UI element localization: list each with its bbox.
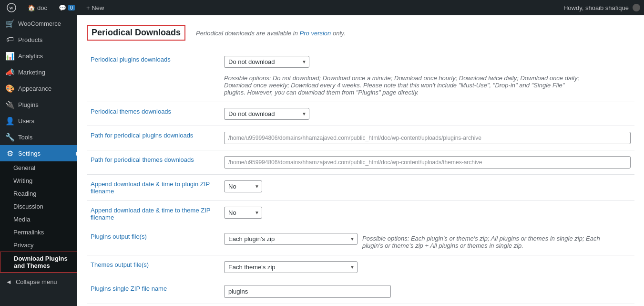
- plugins-output-select-wrap: Each plugin's zip All plugins in single …: [224, 233, 358, 245]
- sidebar-sub-discussion[interactable]: Discussion: [0, 200, 77, 213]
- path-plugins-input[interactable]: [224, 132, 631, 144]
- comments-icon: 💬: [59, 4, 66, 11]
- sidebar-item-settings[interactable]: ⚙ Settings ◄: [0, 145, 77, 161]
- sidebar-users-label: Users: [18, 117, 34, 125]
- sidebar-sub-privacy[interactable]: Privacy: [0, 239, 77, 252]
- append-date-plugin-select[interactable]: No Yes: [224, 180, 262, 192]
- avatar[interactable]: [633, 4, 640, 11]
- field-label-plugins-single-zip: Plugins single ZIP file name: [91, 285, 167, 292]
- page-content: Periodical Downloads Periodical download…: [77, 15, 644, 306]
- table-row: Path for periodical plugins downloads: [87, 126, 634, 150]
- sidebar-tools-label: Tools: [18, 134, 32, 141]
- collapse-icon: ◄: [6, 278, 12, 285]
- sidebar-woocommerce-label: WooCommerce: [18, 20, 61, 27]
- products-icon: 🏷: [6, 35, 14, 44]
- sidebar-sub-writing[interactable]: Writing: [0, 174, 77, 187]
- field-label-append-date-plugin: Append download date & time to plugin ZI…: [91, 180, 210, 195]
- pro-notice: Periodical downloads are available in Pr…: [191, 30, 345, 37]
- table-row: Plugins output file(s) Each plugin's zip…: [87, 227, 634, 255]
- sidebar-item-analytics[interactable]: 📊 Analytics: [0, 48, 77, 64]
- wp-logo-button[interactable]: W: [4, 3, 19, 12]
- sidebar-item-appearance[interactable]: 🎨 Appearance: [0, 80, 77, 96]
- sidebar: 🛒 WooCommerce 🏷 Products 📊 Analytics 📣 M…: [0, 15, 77, 306]
- settings-submenu: General Writing Reading Discussion Media…: [0, 161, 77, 273]
- sidebar-item-plugins[interactable]: 🔌 Plugins: [0, 96, 77, 113]
- sidebar-item-products[interactable]: 🏷 Products: [0, 32, 77, 48]
- sidebar-sub-media[interactable]: Media: [0, 213, 77, 226]
- sidebar-products-label: Products: [18, 36, 42, 43]
- sidebar-appearance-label: Appearance: [18, 85, 51, 92]
- table-row: Path for periodical themes downloads: [87, 150, 634, 175]
- sidebar-sub-general[interactable]: General: [0, 161, 77, 174]
- append-date-theme-select-wrap: No Yes ▼: [224, 207, 262, 219]
- sidebar-settings-label: Settings: [18, 150, 41, 157]
- sidebar-item-users[interactable]: 👤 Users: [0, 113, 77, 129]
- download-plugins-themes-label: Download Plugins and Themes: [14, 255, 68, 269]
- new-content-button[interactable]: + New: [83, 4, 107, 11]
- admin-bar: W 🏠 doc 💬 0 + New Howdy, shoaib shafique: [0, 0, 644, 15]
- sidebar-sub-permalinks[interactable]: Permalinks: [0, 226, 77, 239]
- settings-icon: ⚙: [6, 149, 14, 158]
- tools-icon: 🔧: [6, 133, 14, 141]
- table-row: Periodical plugins downloads Do not down…: [87, 50, 634, 102]
- themes-output-select[interactable]: Each theme's zip All themes in single zi…: [224, 261, 358, 273]
- field-label-themes-output: Themes output file(s): [91, 261, 149, 268]
- content-area: Periodical Downloads Periodical download…: [77, 15, 644, 306]
- analytics-icon: 📊: [6, 52, 14, 60]
- field-label-periodical-plugins: Periodical plugins downloads: [91, 56, 171, 63]
- users-icon: 👤: [6, 116, 14, 125]
- themes-output-select-wrap: Each theme's zip All themes in single zi…: [224, 261, 358, 273]
- svg-text:W: W: [9, 6, 13, 11]
- admin-bar-left: W 🏠 doc 💬 0 + New: [4, 3, 560, 12]
- collapse-menu-button[interactable]: ◄ Collapse menu: [0, 274, 77, 289]
- table-row: Plugins single ZIP file name: [87, 279, 634, 304]
- collapse-label: Collapse menu: [16, 278, 57, 285]
- periodical-plugins-select-wrap: Do not download Download once a minute D…: [224, 56, 309, 68]
- field-label-path-plugins: Path for periodical plugins downloads: [91, 132, 193, 139]
- sidebar-item-woocommerce[interactable]: 🛒 WooCommerce: [0, 15, 77, 32]
- woocommerce-icon: 🛒: [6, 19, 14, 28]
- site-name-button[interactable]: 🏠 doc: [25, 4, 50, 11]
- table-row: Append download date & time to plugin ZI…: [87, 175, 634, 201]
- sidebar-sub-download-plugins-themes[interactable]: Download Plugins and Themes: [0, 252, 77, 273]
- table-row: Periodical themes downloads Do not downl…: [87, 102, 634, 126]
- append-date-theme-select[interactable]: No Yes: [224, 207, 262, 219]
- plugins-output-description: Possible options: Each plugin's or theme…: [362, 235, 601, 249]
- table-row: Themes single ZIP file name: [87, 304, 634, 306]
- field-label-periodical-themes: Periodical themes downloads: [91, 108, 171, 115]
- sidebar-marketing-label: Marketing: [18, 69, 45, 76]
- comments-button[interactable]: 💬 0: [56, 4, 78, 11]
- admin-bar-right: Howdy, shoaib shafique: [563, 4, 640, 11]
- sidebar-sub-reading[interactable]: Reading: [0, 187, 77, 200]
- periodical-themes-select[interactable]: Do not download Download once a minute D…: [224, 108, 309, 120]
- plugins-icon: 🔌: [6, 100, 14, 109]
- table-row: Themes output file(s) Each theme's zip A…: [87, 255, 634, 279]
- field-label-append-date-theme: Append download date & time to theme ZIP…: [91, 207, 210, 221]
- field-label-plugins-output: Plugins output file(s): [91, 233, 147, 240]
- appearance-icon: 🎨: [6, 84, 14, 93]
- settings-arrow-icon: ◄: [72, 149, 77, 157]
- sidebar-item-tools[interactable]: 🔧 Tools: [0, 129, 77, 145]
- sidebar-item-marketing[interactable]: 📣 Marketing: [0, 64, 77, 80]
- sidebar-plugins-label: Plugins: [18, 101, 39, 108]
- append-date-plugin-select-wrap: No Yes ▼: [224, 180, 262, 192]
- periodical-plugins-select[interactable]: Do not download Download once a minute D…: [224, 56, 309, 68]
- howdy-text: Howdy, shoaib shafique: [563, 4, 629, 11]
- periodical-themes-select-wrap: Do not download Download once a minute D…: [224, 108, 309, 120]
- table-row: Append download date & time to theme ZIP…: [87, 201, 634, 227]
- path-themes-input[interactable]: [224, 156, 631, 169]
- section-title: Periodical Downloads: [87, 25, 185, 41]
- sidebar-analytics-label: Analytics: [18, 53, 43, 60]
- home-icon: 🏠: [28, 4, 35, 11]
- marketing-icon: 📣: [6, 68, 14, 76]
- pro-version-link[interactable]: Pro version: [300, 30, 331, 37]
- main-layout: 🛒 WooCommerce 🏷 Products 📊 Analytics 📣 M…: [0, 15, 644, 306]
- plugins-single-zip-input[interactable]: [224, 285, 391, 298]
- periodical-plugins-description: Possible options: Do not download; Downl…: [224, 74, 582, 96]
- settings-table: Periodical plugins downloads Do not down…: [87, 50, 634, 306]
- field-label-path-themes: Path for periodical themes downloads: [91, 156, 194, 163]
- plugins-output-select[interactable]: Each plugin's zip All plugins in single …: [224, 233, 358, 245]
